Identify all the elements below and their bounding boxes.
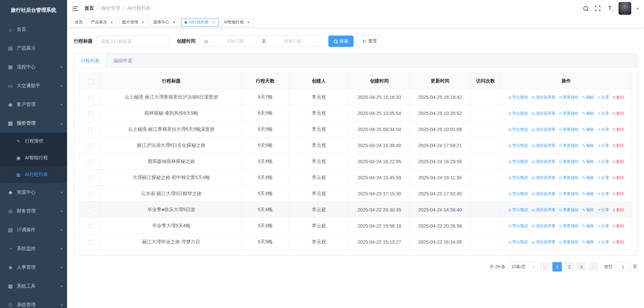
delete-link[interactable]: ⊘删除 [612, 207, 624, 213]
view-quote-link[interactable]: ⊙查看报价 [559, 223, 579, 229]
tag-5[interactable]: AI智能行程× [221, 18, 254, 27]
edit-link[interactable]: ✎编辑 [582, 159, 594, 165]
tag-2[interactable]: 图片管理× [119, 18, 148, 27]
select-all-checkbox[interactable] [88, 79, 93, 84]
row-checkbox[interactable] [88, 192, 93, 196]
close-icon[interactable]: × [246, 20, 251, 25]
view-quote-link[interactable]: ⊙查看报价 [559, 127, 579, 132]
row-checkbox[interactable] [88, 176, 93, 180]
fullscreen-icon[interactable] [594, 5, 601, 12]
edit-link[interactable]: ✎编辑 [582, 207, 594, 213]
delete-link[interactable]: ⊘删除 [612, 127, 624, 132]
export-preview-link[interactable]: ◎导出预览 [508, 159, 528, 165]
goto-page-input[interactable] [615, 262, 631, 271]
tag-3[interactable]: 图库中心× [150, 18, 179, 27]
view-quote-link[interactable]: ⊙查看报价 [559, 95, 579, 100]
tab-itinerary-list[interactable]: 行程列表 [74, 54, 107, 67]
view-quote-link[interactable]: ⊙查看报价 [559, 143, 579, 148]
view-quote-link[interactable]: ⊙查看报价 [559, 239, 579, 245]
browser-view-link[interactable]: ◎浏览器查看 [532, 127, 556, 132]
export-preview-link[interactable]: ◎导出预览 [508, 95, 528, 100]
edit-link[interactable]: ✎编辑 [582, 143, 594, 148]
sidebar-item-7[interactable]: ◎财务管理▾ [0, 202, 67, 221]
sidebar-subitem-2[interactable]: ▦AI行程列表 [0, 166, 67, 183]
tag-1[interactable]: 产品展示× [88, 18, 117, 27]
share-link[interactable]: ≺分享 [597, 111, 609, 116]
sidebar-item-10[interactable]: ◈人事管理▾ [0, 258, 67, 277]
start-date-placeholder[interactable]: 开始日期 [212, 38, 258, 44]
browser-view-link[interactable]: ◎浏览器查看 [532, 191, 556, 197]
share-link[interactable]: ≺分享 [597, 207, 609, 213]
tab-edit-request[interactable]: 编辑申请 [107, 54, 139, 67]
sidebar-subitem-0[interactable]: ✎行程报价 [0, 133, 67, 149]
sidebar-item-11[interactable]: ▩系统工具▾ [0, 277, 67, 296]
sidebar-item-6[interactable]: ◆资源中心▾ [0, 183, 67, 202]
row-checkbox[interactable] [88, 224, 93, 229]
browser-view-link[interactable]: ◎浏览器查看 [532, 111, 556, 116]
delete-link[interactable]: ⊘删除 [612, 95, 624, 100]
page-button-3[interactable]: 3 [577, 262, 586, 271]
edit-link[interactable]: ✎编辑 [582, 111, 594, 116]
close-icon[interactable]: × [109, 20, 114, 25]
delete-link[interactable]: ⊘删除 [612, 111, 624, 116]
browser-view-link[interactable]: ◎浏览器查看 [532, 223, 556, 229]
browser-view-link[interactable]: ◎浏览器查看 [532, 207, 556, 213]
share-link[interactable]: ≺分享 [597, 127, 609, 132]
sidebar-item-0[interactable]: ⌂首页 [0, 20, 67, 39]
edit-link[interactable]: ✎编辑 [582, 175, 594, 181]
sidebar-item-5[interactable]: ▥报价管理▴ [0, 114, 67, 133]
row-checkbox[interactable] [88, 95, 93, 100]
caret-down-icon[interactable]: ▾ [637, 6, 639, 11]
export-preview-link[interactable]: ◎导出预览 [508, 111, 528, 116]
share-link[interactable]: ≺分享 [597, 223, 609, 229]
prev-page-button[interactable]: ‹ [540, 262, 550, 271]
font-size-icon[interactable]: T↙ [606, 5, 613, 12]
edit-link[interactable]: ✎编辑 [582, 127, 594, 132]
sidebar-item-12[interactable]: ◇系统管理▾ [0, 296, 67, 308]
browser-view-link[interactable]: ◎浏览器查看 [532, 95, 556, 100]
row-checkbox[interactable] [88, 160, 93, 164]
sidebar-item-4[interactable]: ◉客户管理▾ [0, 95, 67, 114]
view-quote-link[interactable]: ⊙查看报价 [559, 111, 579, 116]
sidebar-item-1[interactable]: ▤产品展示 [0, 39, 67, 58]
close-icon[interactable]: × [211, 20, 216, 25]
sidebar-item-3[interactable]: ▭大交通助手▾ [0, 76, 67, 95]
delete-link[interactable]: ⊘删除 [612, 143, 624, 148]
edit-link[interactable]: ✎编辑 [582, 239, 594, 245]
avatar[interactable] [619, 2, 631, 15]
page-button-1[interactable]: 1 [552, 262, 562, 271]
hamburger-icon[interactable] [72, 6, 78, 11]
view-quote-link[interactable]: ⊙查看报价 [559, 207, 579, 213]
edit-link[interactable]: ✎编辑 [582, 191, 594, 197]
row-checkbox[interactable] [88, 208, 93, 212]
breadcrumb-item-home[interactable]: 首页 [85, 5, 94, 11]
share-link[interactable]: ≺分享 [597, 175, 609, 181]
browser-view-link[interactable]: ◎浏览器查看 [532, 239, 556, 245]
export-preview-link[interactable]: ◎导出预览 [508, 239, 528, 245]
share-link[interactable]: ≺分享 [597, 159, 609, 165]
search-button[interactable]: 搜索 [328, 36, 354, 47]
share-link[interactable]: ≺分享 [597, 95, 609, 100]
share-link[interactable]: ≺分享 [597, 143, 609, 148]
browser-view-link[interactable]: ◎浏览器查看 [532, 175, 556, 181]
tag-0[interactable]: 首页 [72, 18, 86, 27]
next-page-button[interactable]: › [589, 262, 598, 271]
delete-link[interactable]: ⊘删除 [612, 191, 624, 197]
edit-link[interactable]: ✎编辑 [582, 223, 594, 229]
export-preview-link[interactable]: ◎导出预览 [508, 191, 528, 197]
export-preview-link[interactable]: ◎导出预览 [508, 223, 528, 229]
page-size-select[interactable]: 10条/页 ▾ [508, 262, 538, 271]
title-filter-input[interactable] [97, 36, 169, 47]
export-preview-link[interactable]: ◎导出预览 [508, 175, 528, 181]
tag-4[interactable]: AI行程列表× [181, 18, 219, 27]
view-quote-link[interactable]: ⊙查看报价 [559, 175, 579, 181]
row-checkbox[interactable] [88, 143, 93, 148]
search-icon[interactable] [582, 5, 589, 12]
browser-view-link[interactable]: ◎浏览器查看 [532, 159, 556, 165]
edit-link[interactable]: ✎编辑 [582, 95, 594, 100]
share-link[interactable]: ≺分享 [597, 191, 609, 197]
date-range-picker[interactable]: ▦ 开始日期 至 结束日期 [200, 36, 320, 47]
reset-button[interactable]: ↻ 重置 [357, 36, 382, 47]
view-quote-link[interactable]: ⊙查看报价 [559, 191, 579, 197]
export-preview-link[interactable]: ◎导出预览 [508, 127, 528, 132]
